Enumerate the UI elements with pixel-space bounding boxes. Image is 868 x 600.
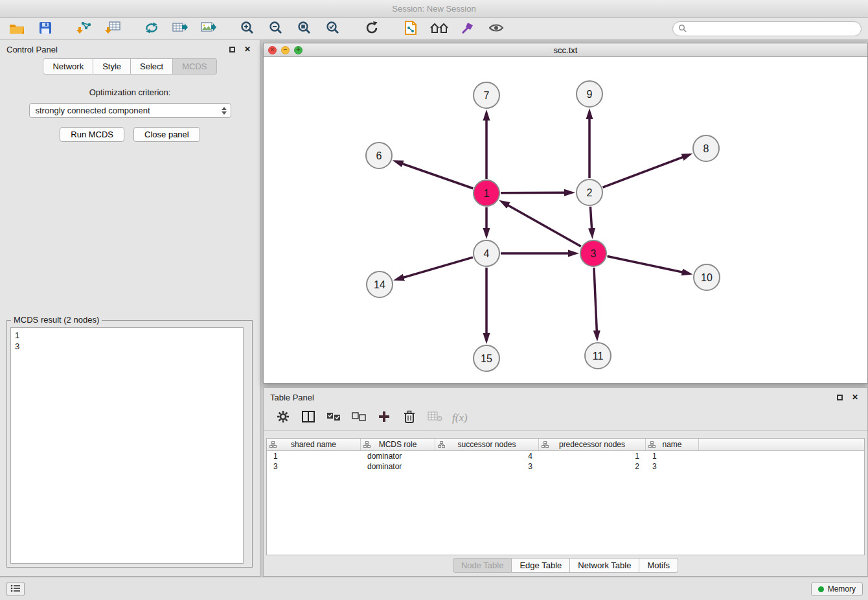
- refresh-button[interactable]: [361, 20, 382, 38]
- search-input[interactable]: [690, 25, 856, 34]
- column-header-successor-nodes[interactable]: successor nodes: [435, 439, 539, 450]
- zoom-window-icon[interactable]: +: [294, 46, 303, 54]
- graph-edge-4-14[interactable]: [403, 257, 472, 277]
- column-header-shared-name[interactable]: shared name: [267, 439, 361, 450]
- toggle-view-button[interactable]: [486, 20, 507, 38]
- table-cell-name[interactable]: 3: [646, 461, 699, 472]
- apply-style-button[interactable]: [457, 20, 478, 38]
- table-cell-mcds-role[interactable]: dominator: [361, 451, 435, 461]
- close-table-panel-button[interactable]: ✕: [849, 391, 861, 403]
- graph-node-label: 2: [587, 187, 593, 198]
- zoom-in-button[interactable]: [237, 20, 258, 38]
- memory-button[interactable]: Memory: [811, 582, 863, 596]
- zoom-fit-button[interactable]: [294, 20, 315, 38]
- export-image-button[interactable]: [198, 20, 219, 38]
- mcds-result-line: 1: [15, 330, 239, 341]
- table-cell-mcds-role[interactable]: dominator: [361, 461, 435, 472]
- select-all-button[interactable]: [326, 410, 341, 426]
- sort-icon: [648, 441, 656, 448]
- refresh-icon: [365, 21, 379, 37]
- graph-edge-1-6[interactable]: [402, 164, 473, 189]
- control-panel-tab-style[interactable]: Style: [93, 58, 131, 75]
- network-document-icon: [404, 21, 417, 37]
- window-titlebar[interactable]: Session: New Session: [0, 0, 868, 18]
- table-settings-button[interactable]: [275, 410, 291, 426]
- minimize-window-icon[interactable]: −: [281, 46, 290, 54]
- trash-icon: [404, 410, 415, 425]
- table-cell-successor-nodes[interactable]: 3: [435, 461, 539, 472]
- graph-edge-3-1[interactable]: [508, 205, 581, 247]
- table-row[interactable]: 1dominator411: [267, 451, 864, 461]
- network-window-titlebar[interactable]: scc.txt × − +: [264, 43, 867, 57]
- graph-edge-2-3[interactable]: [590, 207, 591, 229]
- export-table-button[interactable]: [170, 20, 190, 38]
- table-toolbar: f(x): [264, 405, 867, 431]
- zoom-out-button[interactable]: [266, 20, 286, 38]
- close-panel-button[interactable]: ✕: [242, 43, 253, 55]
- zoom-selected-button[interactable]: [323, 20, 343, 38]
- status-bar: Memory: [0, 577, 868, 600]
- export-image-icon: [201, 21, 216, 36]
- column-header-predecessor-nodes[interactable]: predecessor nodes: [539, 439, 646, 450]
- control-panel-tabs: NetworkStyleSelectMCDS: [0, 58, 260, 75]
- table-cell-shared-name[interactable]: 3: [267, 461, 361, 472]
- sort-icon: [269, 441, 277, 448]
- new-network-button[interactable]: [141, 20, 162, 38]
- zoom-fit-icon: [297, 21, 312, 37]
- table-tab-motifs[interactable]: Motifs: [639, 558, 678, 573]
- task-history-button[interactable]: [6, 582, 25, 596]
- table-cell-successor-nodes[interactable]: 4: [435, 451, 539, 461]
- table-tab-network-table[interactable]: Network Table: [570, 558, 639, 573]
- table-cell-shared-name[interactable]: 1: [267, 451, 361, 461]
- task-list-icon: [10, 584, 21, 594]
- float-panel-button[interactable]: [226, 43, 238, 55]
- criterion-dropdown[interactable]: strongly connected component: [29, 103, 231, 118]
- import-table-button[interactable]: [102, 20, 123, 38]
- dropdown-arrows-icon: [222, 107, 227, 115]
- table-cell-name[interactable]: 1: [646, 451, 699, 461]
- graph-edge-2-8[interactable]: [603, 157, 683, 187]
- delete-row-button[interactable]: [402, 410, 417, 426]
- network-canvas[interactable]: 7968124314101511: [264, 57, 867, 383]
- style-brush-icon: [461, 21, 474, 36]
- float-table-panel-button[interactable]: [834, 391, 845, 403]
- open-session-button[interactable]: [6, 20, 27, 38]
- function-builder-button-disabled: f(x): [452, 410, 468, 426]
- mcds-result-text-area[interactable]: 13: [10, 327, 244, 564]
- graph-edge-1-2[interactable]: [501, 192, 565, 193]
- graph-node-label: 1: [484, 188, 490, 199]
- close-panel-action-button[interactable]: Close panel: [133, 127, 200, 142]
- split-columns-button[interactable]: [301, 410, 316, 426]
- graph-node-label: 7: [484, 90, 490, 101]
- import-network-button[interactable]: [74, 20, 95, 38]
- run-mcds-button[interactable]: Run MCDS: [60, 127, 124, 142]
- close-window-icon[interactable]: ×: [268, 46, 277, 54]
- table-cell-predecessor-nodes[interactable]: 2: [539, 461, 646, 472]
- graph-edge-3-10[interactable]: [608, 257, 683, 273]
- graph-edge-3-11[interactable]: [594, 268, 597, 331]
- eye-icon: [488, 23, 504, 35]
- table-tab-edge-table[interactable]: Edge Table: [512, 558, 570, 573]
- deselect-all-button[interactable]: [351, 410, 367, 426]
- column-header-label: successor nodes: [457, 440, 516, 449]
- column-header-mcds-role[interactable]: MCDS role: [361, 439, 435, 450]
- criterion-dropdown-value: strongly connected component: [36, 106, 222, 115]
- table-cell-predecessor-nodes[interactable]: 1: [539, 451, 646, 461]
- search-field[interactable]: [672, 21, 862, 36]
- graph-node-label: 15: [481, 353, 492, 364]
- control-panel-tab-network[interactable]: Network: [43, 58, 93, 75]
- graph-node-label: 4: [484, 248, 490, 259]
- table-row[interactable]: 3dominator323: [267, 461, 864, 472]
- add-row-button[interactable]: [376, 410, 392, 426]
- home-button[interactable]: [429, 20, 450, 38]
- table-tab-node-table[interactable]: Node Table: [453, 558, 512, 573]
- control-panel-tab-select[interactable]: Select: [131, 58, 173, 75]
- column-header-name[interactable]: name: [646, 439, 699, 450]
- control-panel-tab-mcds[interactable]: MCDS: [173, 58, 216, 75]
- table-panel-tabs: Node TableEdge TableNetwork TableMotifs: [264, 558, 867, 573]
- graph-node-label: 10: [701, 272, 713, 283]
- save-session-button[interactable]: [35, 20, 56, 38]
- clone-network-button[interactable]: [400, 20, 421, 38]
- mcds-result-line: 3: [15, 341, 239, 352]
- zoom-selected-icon: [326, 21, 340, 37]
